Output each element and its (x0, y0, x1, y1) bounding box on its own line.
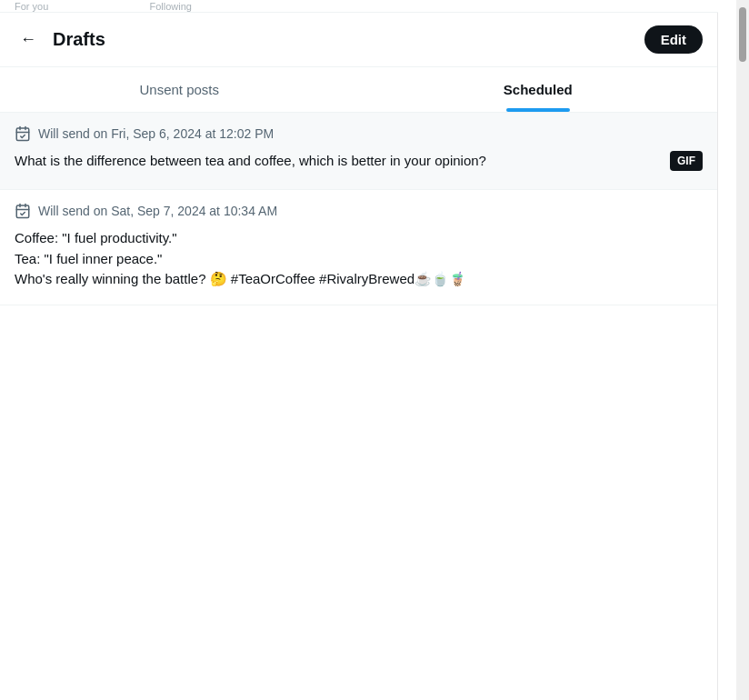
schedule-info-2: Will send on Sat, Sep 7, 2024 at 10:34 A… (15, 203, 703, 219)
for-you-label: For you (15, 1, 48, 12)
clock-icon-1 (15, 125, 31, 142)
schedule-text-2: Will send on Sat, Sep 7, 2024 at 10:34 A… (38, 204, 277, 218)
clock-icon-2 (15, 203, 31, 219)
header-left: ← Drafts (15, 25, 105, 55)
svg-rect-0 (16, 128, 29, 141)
scrollbar-track[interactable] (736, 0, 749, 700)
tabs-container: Unsent posts Scheduled (0, 67, 717, 113)
posts-content: Will send on Fri, Sep 6, 2024 at 12:02 P… (0, 113, 717, 700)
post-card-2[interactable]: Will send on Sat, Sep 7, 2024 at 10:34 A… (0, 190, 717, 305)
header: ← Drafts Edit (0, 13, 717, 67)
edit-button[interactable]: Edit (644, 25, 703, 54)
main-panel: For you Following ← Drafts Edit Unsent p… (0, 0, 718, 700)
schedule-info-1: Will send on Fri, Sep 6, 2024 at 12:02 P… (15, 125, 703, 142)
post-text-1: What is the difference between tea and c… (15, 151, 670, 172)
svg-rect-4 (16, 205, 29, 218)
post-text-2: Coffee: "I fuel productivity." Tea: "I f… (15, 228, 703, 290)
tab-unsent-label: Unsent posts (139, 82, 219, 97)
page-title: Drafts (53, 29, 105, 50)
scrollbar-thumb[interactable] (739, 7, 746, 62)
post-card-1[interactable]: Will send on Fri, Sep 6, 2024 at 12:02 P… (0, 113, 717, 190)
gif-badge-1: GIF (670, 151, 703, 171)
schedule-text-1: Will send on Fri, Sep 6, 2024 at 12:02 P… (38, 126, 274, 141)
app-container: For you Following ← Drafts Edit Unsent p… (0, 0, 749, 700)
following-label: Following (149, 1, 191, 12)
back-button[interactable]: ← (15, 25, 42, 55)
tab-scheduled[interactable]: Scheduled (359, 67, 718, 112)
post-body-row-1: What is the difference between tea and c… (15, 151, 703, 175)
tab-scheduled-label: Scheduled (504, 82, 573, 97)
tab-unsent-posts[interactable]: Unsent posts (0, 67, 359, 112)
top-nav-hint: For you Following (0, 0, 718, 13)
